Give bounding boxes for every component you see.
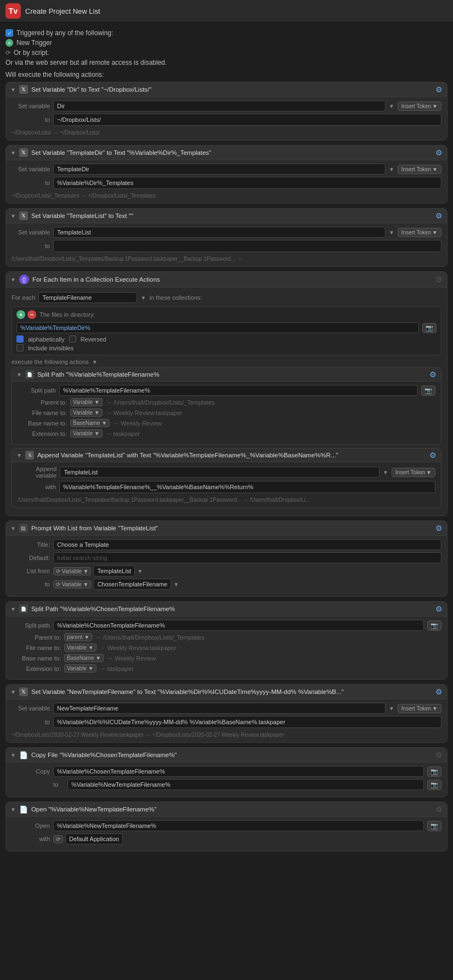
insert-token-btn[interactable]: Insert Token ▼ [398,102,441,111]
copy-camera-btn[interactable]: 📷 [427,766,441,777]
append-preview: /Users/thall/Dropbox/Lists/_Templates/Ba… [18,495,435,503]
gear-icon[interactable]: ⚙ [429,370,437,379]
copy-file-header: ▼ 📄 Copy File "%Variable%ChosenTemplateF… [6,748,447,763]
insert-token-btn[interactable]: Insert Token ▼ [398,165,441,174]
split-path-value[interactable]: %Variable%TemplateFilename% [59,385,418,396]
append-icon: 𝕏 [25,451,34,460]
var-chevron[interactable]: ▼ [389,229,394,236]
to-var[interactable]: ChosenTemplateFilename [93,579,171,590]
collapse-chevron[interactable]: ▼ [10,277,16,283]
list-from-type[interactable]: ⟳ Variable ▼ [53,567,91,575]
with-value[interactable]: %Variable%TemplateFilename%__%Variable%B… [59,481,435,493]
basename-var-select[interactable]: BaseName ▼ [70,419,110,427]
collapse-chevron[interactable]: ▼ [10,807,16,813]
gear-icon[interactable]: ⚙ [435,524,443,533]
to-label: to [12,243,50,249]
add-collection-btn[interactable]: + [16,310,25,319]
new-trigger-label[interactable]: New Trigger [16,39,52,47]
gear-icon[interactable]: ⚙ [435,805,443,814]
dir-path-field[interactable]: %Variable%TemplateDir% [16,322,419,333]
reversed-checkbox[interactable] [69,335,76,343]
with-type[interactable]: ⟳ [53,835,63,843]
new-trigger-line[interactable]: + New Trigger [5,38,448,48]
var-name-field[interactable]: TemplateDir [53,164,386,175]
filename-var-select[interactable]: Variable ▼ [70,408,103,417]
gear-icon[interactable]: ⚙ [435,751,443,759]
include-invisibles-checkbox[interactable] [16,344,24,351]
gear-icon[interactable]: ⚙ [435,687,443,696]
insert-token-btn[interactable]: Insert Token ▼ [398,228,441,237]
copy-value[interactable]: %Variable%ChosenTemplateFilename% [53,766,424,777]
set-var-row: Set variable TemplateList ▼ Insert Token… [12,227,441,238]
camera-btn[interactable]: 📷 [422,323,437,333]
var-name-field[interactable]: NewTemplateFilename [53,703,386,714]
set-var-templatelist-body: Set variable TemplateList ▼ Insert Token… [6,223,447,266]
title-bar: Tv Create Project New List [0,0,453,23]
extension-var-select[interactable]: Variable ▼ [70,429,103,438]
default-placeholder[interactable]: Initial search string [53,552,441,563]
insert-token-btn[interactable]: Insert Token ▼ [392,468,435,477]
foreach-title: For Each Item in a Collection Execute Ac… [32,276,432,283]
append-var-block: ▼ 𝕏 Append Variable "TemplateList" with … [12,448,441,508]
var-name-field[interactable]: TemplateList [53,227,386,238]
append-var-name[interactable]: TemplateList [60,467,379,478]
copy-to-value[interactable]: %Variable%NewTemplateFilename% [67,779,424,790]
value-input[interactable] [53,240,441,252]
gear-icon[interactable]: ⚙ [435,85,443,94]
var-chevron[interactable]: ▼ [389,103,394,109]
set-var-label: Set variable [12,229,50,236]
include-invisibles-label: Include invisibles [28,345,73,351]
file-icon: 📄 [19,751,28,759]
gear-icon[interactable]: ⚙ [429,451,437,460]
parent-var-select[interactable]: parent ▼ [64,633,92,641]
add-trigger-icon[interactable]: + [5,39,13,47]
extension-to-row: Extension to: Variable ▼ → taskpaper [18,429,435,438]
gear-icon[interactable]: ⚙ [435,275,443,284]
var-chevron[interactable]: ▼ [389,166,394,172]
var-chevron[interactable]: ▼ [389,705,394,712]
split-camera-btn[interactable]: 📷 [421,385,435,396]
open-camera-btn[interactable]: 📷 [427,821,441,831]
filename-var-select[interactable]: Variable ▼ [64,643,97,652]
split-path-value[interactable]: %Variable%ChosenTemplateFilename% [53,620,424,631]
alphabetically-checkbox[interactable] [16,335,24,343]
insert-token-btn[interactable]: Insert Token ▼ [398,704,441,713]
open-value[interactable]: %Variable%NewTemplateFilename% [53,820,424,831]
list-from-var[interactable]: TemplateList [93,565,135,576]
split-camera-btn[interactable]: 📷 [427,620,441,631]
value-input[interactable]: ~/Dropbox/Lists/ [53,114,441,126]
basename-var-select[interactable]: BaseName ▼ [64,654,104,662]
collapse-chevron[interactable]: ▼ [10,213,16,219]
execute-chevron[interactable]: ▼ [92,359,98,365]
parent-var-select[interactable]: Variable ▼ [70,398,103,406]
collapse-chevron[interactable]: ▼ [10,606,16,612]
dir-path-row: %Variable%TemplateDir% 📷 [16,322,437,333]
var-name-field[interactable]: Dir [53,100,386,111]
collapse-chevron[interactable]: ▼ [10,87,16,93]
gear-icon[interactable]: ⚙ [435,604,443,613]
extension-var-select[interactable]: Variable ▼ [64,664,97,673]
append-var-label: Append variable [18,466,56,479]
with-value[interactable]: Default Application [65,833,123,844]
foreach-icon: {} [19,275,29,284]
collapse-chevron[interactable]: ▼ [16,452,22,458]
title-value[interactable]: Choose a Template [53,539,441,550]
to-type[interactable]: ⟳ Variable ▼ [53,580,91,589]
trigger-checkbox[interactable]: ✓ [5,29,13,37]
copy-to-camera-btn[interactable]: 📷 [427,780,441,790]
gear-icon[interactable]: ⚙ [435,211,443,220]
collapse-chevron[interactable]: ▼ [16,372,22,378]
collapse-chevron[interactable]: ▼ [10,752,16,758]
trigger-section: ✓ Triggered by any of the following: + N… [5,28,448,68]
open-file-block: ▼ 📄 Open "%Variable%NewTemplateFilename%… [5,802,448,852]
collapse-chevron[interactable]: ▼ [10,525,16,531]
value-input[interactable]: %Variable%Dir%_Templates [53,177,441,189]
foreach-var-field[interactable]: TemplateFilename [38,292,137,303]
with-row: with %Variable%TemplateFilename%__%Varia… [18,481,435,493]
parent-to-label: Parent to: [12,634,61,641]
remove-collection-btn[interactable]: − [27,310,36,319]
collapse-chevron[interactable]: ▼ [10,150,16,156]
value-input[interactable]: %Variable%Dir%%ICUDateTime%yyyy-MM-dd% %… [53,716,441,728]
collapse-chevron[interactable]: ▼ [10,689,16,695]
gear-icon[interactable]: ⚙ [435,148,443,157]
